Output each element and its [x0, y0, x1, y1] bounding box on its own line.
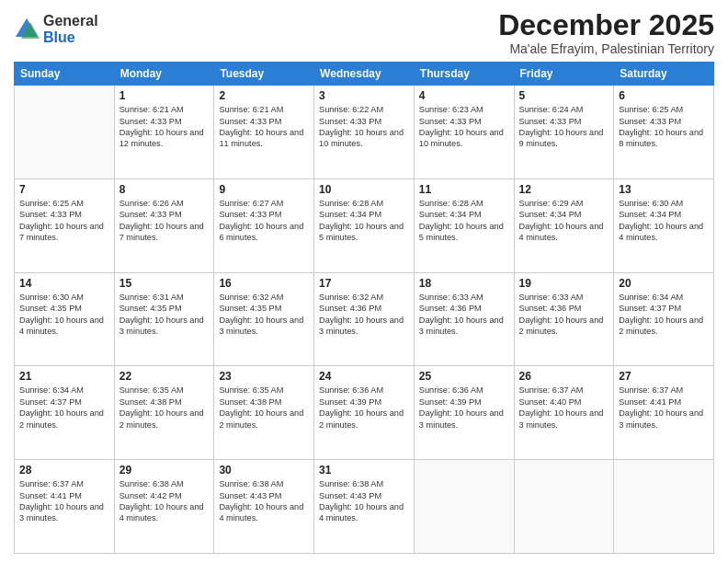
day-number: 13 [619, 183, 709, 196]
table-row: 28Sunrise: 6:37 AM Sunset: 4:41 PM Dayli… [15, 460, 115, 554]
calendar-week-row: 7Sunrise: 6:25 AM Sunset: 4:33 PM Daylig… [15, 178, 714, 272]
cell-content: Sunrise: 6:25 AM Sunset: 4:33 PM Dayligh… [619, 104, 709, 150]
day-number: 26 [519, 370, 609, 383]
header-sunday: Sunday [15, 63, 115, 86]
table-row: 27Sunrise: 6:37 AM Sunset: 4:41 PM Dayli… [614, 366, 714, 460]
table-row: 16Sunrise: 6:32 AM Sunset: 4:35 PM Dayli… [214, 272, 314, 366]
day-number: 27 [619, 370, 709, 383]
cell-content: Sunrise: 6:38 AM Sunset: 4:43 PM Dayligh… [319, 478, 409, 524]
day-number: 4 [419, 89, 509, 102]
table-row: 9Sunrise: 6:27 AM Sunset: 4:33 PM Daylig… [214, 178, 314, 272]
table-row [614, 460, 714, 554]
cell-content: Sunrise: 6:26 AM Sunset: 4:33 PM Dayligh… [119, 198, 210, 244]
cell-content: Sunrise: 6:37 AM Sunset: 4:40 PM Dayligh… [519, 385, 609, 431]
table-row: 8Sunrise: 6:26 AM Sunset: 4:33 PM Daylig… [114, 178, 214, 272]
day-number: 9 [219, 183, 309, 196]
table-row: 21Sunrise: 6:34 AM Sunset: 4:37 PM Dayli… [15, 366, 115, 460]
month-title: December 2025 [498, 9, 714, 41]
header-saturday: Saturday [614, 63, 714, 86]
day-number: 20 [619, 277, 709, 290]
calendar-week-row: 21Sunrise: 6:34 AM Sunset: 4:37 PM Dayli… [15, 366, 714, 460]
header-monday: Monday [114, 63, 214, 86]
page: General Blue December 2025 Ma'ale Efrayi… [0, 0, 728, 563]
table-row: 3Sunrise: 6:22 AM Sunset: 4:33 PM Daylig… [314, 86, 415, 179]
cell-content: Sunrise: 6:24 AM Sunset: 4:33 PM Dayligh… [519, 104, 609, 150]
cell-content: Sunrise: 6:34 AM Sunset: 4:37 PM Dayligh… [19, 385, 109, 431]
table-row: 29Sunrise: 6:38 AM Sunset: 4:42 PM Dayli… [114, 460, 214, 554]
day-number: 18 [419, 277, 509, 290]
day-number: 22 [119, 370, 210, 383]
table-row [514, 460, 614, 554]
table-row: 11Sunrise: 6:28 AM Sunset: 4:34 PM Dayli… [414, 178, 514, 272]
logo-icon [14, 17, 40, 42]
cell-content: Sunrise: 6:37 AM Sunset: 4:41 PM Dayligh… [19, 478, 109, 524]
cell-content: Sunrise: 6:35 AM Sunset: 4:38 PM Dayligh… [219, 385, 309, 431]
table-row [15, 86, 115, 179]
cell-content: Sunrise: 6:33 AM Sunset: 4:36 PM Dayligh… [419, 292, 509, 338]
cell-content: Sunrise: 6:27 AM Sunset: 4:33 PM Dayligh… [219, 198, 309, 244]
day-number: 10 [319, 183, 409, 196]
cell-content: Sunrise: 6:36 AM Sunset: 4:39 PM Dayligh… [419, 385, 509, 431]
table-row: 2Sunrise: 6:21 AM Sunset: 4:33 PM Daylig… [214, 86, 314, 179]
cell-content: Sunrise: 6:31 AM Sunset: 4:35 PM Dayligh… [119, 292, 210, 338]
table-row: 15Sunrise: 6:31 AM Sunset: 4:35 PM Dayli… [114, 272, 214, 366]
day-number: 16 [219, 277, 309, 290]
cell-content: Sunrise: 6:34 AM Sunset: 4:37 PM Dayligh… [619, 292, 709, 338]
table-row: 6Sunrise: 6:25 AM Sunset: 4:33 PM Daylig… [614, 86, 714, 179]
cell-content: Sunrise: 6:30 AM Sunset: 4:34 PM Dayligh… [619, 198, 709, 244]
day-number: 31 [319, 464, 409, 477]
day-number: 3 [319, 89, 409, 102]
calendar-table: Sunday Monday Tuesday Wednesday Thursday… [14, 62, 714, 554]
cell-content: Sunrise: 6:37 AM Sunset: 4:41 PM Dayligh… [619, 385, 709, 431]
day-number: 28 [19, 464, 109, 477]
table-row: 20Sunrise: 6:34 AM Sunset: 4:37 PM Dayli… [614, 272, 714, 366]
cell-content: Sunrise: 6:32 AM Sunset: 4:35 PM Dayligh… [219, 292, 309, 338]
table-row: 4Sunrise: 6:23 AM Sunset: 4:33 PM Daylig… [414, 86, 514, 179]
day-number: 12 [519, 183, 609, 196]
title-block: December 2025 Ma'ale Efrayim, Palestinia… [498, 9, 714, 56]
day-number: 23 [219, 370, 309, 383]
cell-content: Sunrise: 6:36 AM Sunset: 4:39 PM Dayligh… [319, 385, 409, 431]
day-number: 24 [319, 370, 409, 383]
header-tuesday: Tuesday [214, 63, 314, 86]
day-number: 19 [519, 277, 609, 290]
cell-content: Sunrise: 6:25 AM Sunset: 4:33 PM Dayligh… [19, 198, 109, 244]
logo-blue-text: Blue [43, 29, 98, 46]
cell-content: Sunrise: 6:29 AM Sunset: 4:34 PM Dayligh… [519, 198, 609, 244]
day-number: 25 [419, 370, 509, 383]
table-row [414, 460, 514, 554]
cell-content: Sunrise: 6:38 AM Sunset: 4:42 PM Dayligh… [119, 478, 210, 524]
cell-content: Sunrise: 6:22 AM Sunset: 4:33 PM Dayligh… [319, 104, 409, 150]
logo-text: General Blue [43, 13, 98, 45]
day-number: 29 [119, 464, 210, 477]
cell-content: Sunrise: 6:28 AM Sunset: 4:34 PM Dayligh… [419, 198, 509, 244]
cell-content: Sunrise: 6:35 AM Sunset: 4:38 PM Dayligh… [119, 385, 210, 431]
table-row: 13Sunrise: 6:30 AM Sunset: 4:34 PM Dayli… [614, 178, 714, 272]
header-wednesday: Wednesday [314, 63, 415, 86]
logo-general-text: General [43, 13, 98, 29]
table-row: 31Sunrise: 6:38 AM Sunset: 4:43 PM Dayli… [314, 460, 415, 554]
cell-content: Sunrise: 6:28 AM Sunset: 4:34 PM Dayligh… [319, 198, 409, 244]
calendar-week-row: 1Sunrise: 6:21 AM Sunset: 4:33 PM Daylig… [15, 86, 714, 179]
table-row: 1Sunrise: 6:21 AM Sunset: 4:33 PM Daylig… [114, 86, 214, 179]
header-friday: Friday [514, 63, 614, 86]
calendar-week-row: 28Sunrise: 6:37 AM Sunset: 4:41 PM Dayli… [15, 460, 714, 554]
table-row: 24Sunrise: 6:36 AM Sunset: 4:39 PM Dayli… [314, 366, 415, 460]
cell-content: Sunrise: 6:33 AM Sunset: 4:36 PM Dayligh… [519, 292, 609, 338]
cell-content: Sunrise: 6:23 AM Sunset: 4:33 PM Dayligh… [419, 104, 509, 150]
logo: General Blue [14, 13, 98, 45]
day-number: 21 [19, 370, 109, 383]
day-number: 11 [419, 183, 509, 196]
table-row: 30Sunrise: 6:38 AM Sunset: 4:43 PM Dayli… [214, 460, 314, 554]
table-row: 5Sunrise: 6:24 AM Sunset: 4:33 PM Daylig… [514, 86, 614, 179]
header-thursday: Thursday [414, 63, 514, 86]
table-row: 10Sunrise: 6:28 AM Sunset: 4:34 PM Dayli… [314, 178, 415, 272]
table-row: 25Sunrise: 6:36 AM Sunset: 4:39 PM Dayli… [414, 366, 514, 460]
day-number: 5 [519, 89, 609, 102]
table-row: 17Sunrise: 6:32 AM Sunset: 4:36 PM Dayli… [314, 272, 415, 366]
table-row: 14Sunrise: 6:30 AM Sunset: 4:35 PM Dayli… [15, 272, 115, 366]
day-number: 1 [119, 89, 210, 102]
weekday-header-row: Sunday Monday Tuesday Wednesday Thursday… [15, 63, 714, 86]
cell-content: Sunrise: 6:32 AM Sunset: 4:36 PM Dayligh… [319, 292, 409, 338]
cell-content: Sunrise: 6:30 AM Sunset: 4:35 PM Dayligh… [19, 292, 109, 338]
